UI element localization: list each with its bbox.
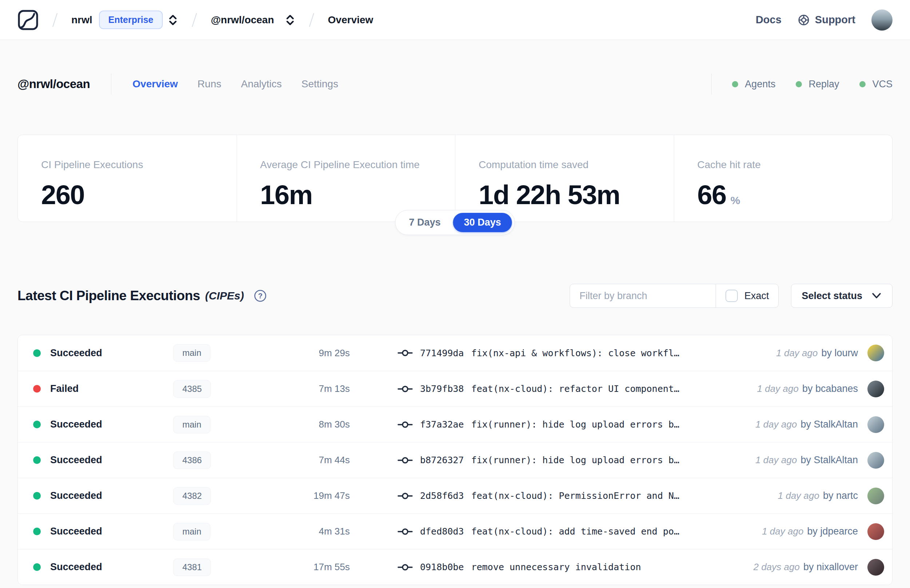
table-row[interactable]: Succeeded 4382 19m 47s 2d58f6d3 feat(nx-… [18,478,892,514]
top-navigation-bar: nrwl Enterprise @nrwl/ocean Overview Doc… [0,0,910,40]
commit-hash[interactable]: 2d58f6d3 [420,491,464,501]
author-avatar[interactable] [867,381,884,397]
duration: 4m 31s [301,526,370,537]
git-commit-icon [398,384,413,394]
branch-badge[interactable]: 4386 [173,452,211,469]
status-label: Succeeded [50,490,102,501]
branch-badge[interactable]: 4385 [173,380,211,398]
branch-badge[interactable]: main [173,523,210,540]
status-label: Succeeded [50,561,102,573]
status-dot-icon [33,492,41,499]
breadcrumb-separator [52,13,58,27]
status-label: Succeeded [50,347,102,359]
branch-badge[interactable]: 4382 [173,487,211,505]
commit-message: fix(nx-api & workflows): close workfl… [471,348,679,359]
breadcrumb-project[interactable]: @nrwl/ocean [211,14,274,26]
tab-overview[interactable]: Overview [133,78,178,90]
author-avatar[interactable] [867,488,884,504]
service-status-replay[interactable]: Replay [796,79,839,90]
select-status-dropdown[interactable]: Select status [791,284,892,308]
range-option-7-days[interactable]: 7 Days [398,213,451,232]
branch-filter-input[interactable] [570,284,716,307]
author: by StalkAltan [800,419,858,430]
tab-settings[interactable]: Settings [301,78,338,90]
duration: 7m 13s [301,383,370,394]
branch-badge[interactable]: 4381 [173,559,211,576]
org-selector-chevrons-icon[interactable] [168,14,178,26]
user-avatar[interactable] [871,10,892,31]
select-status-label: Select status [802,290,862,302]
table-row[interactable]: Succeeded 4381 17m 55s 0918b0be remove u… [18,549,892,585]
status-label: Failed [50,383,79,394]
stats-cards: CI Pipeline Executions 260 Average CI Pi… [18,135,892,222]
author-avatar[interactable] [867,344,884,361]
stat-card-cache-hit-rate: Cache hit rate 66% [674,135,892,221]
lifebuoy-icon [797,14,810,26]
author-avatar[interactable] [867,523,884,540]
status-dot-icon [33,456,41,464]
commit-hash[interactable]: 771499da [420,348,464,359]
breadcrumb-separator [192,13,197,27]
branch-badge[interactable]: main [173,416,210,433]
stat-value: 66% [697,179,869,210]
table-row[interactable]: Failed 4385 7m 13s 3b79fb38 feat(nx-clou… [18,371,892,406]
green-status-dot-icon [732,81,738,87]
commit-hash[interactable]: dfed80d3 [420,526,464,537]
service-status-agents[interactable]: Agents [732,79,775,90]
help-icon[interactable]: ? [253,289,267,303]
cipe-section-header: Latest CI Pipeline Executions (CIPEs) ? … [18,284,892,308]
service-label: Replay [808,79,839,90]
stat-label: Average CI Pipeline Execution time [260,159,432,171]
stat-label: Computation time saved [478,159,650,171]
stat-label: CI Pipeline Executions [41,159,213,171]
stat-card-computation-time-saved: Computation time saved 1d 22h 53m [455,135,674,221]
duration: 19m 47s [301,490,370,501]
commit-message: feat(nx-cloud): PermissionError and N… [471,491,679,501]
time-ago: 1 day ago [755,419,797,430]
support-link[interactable]: Support [797,14,855,26]
commit-hash[interactable]: 3b79fb38 [420,383,464,394]
commit-hash[interactable]: b8726327 [420,455,464,465]
nx-logo[interactable] [18,10,39,31]
tab-runs[interactable]: Runs [198,78,221,90]
green-status-dot-icon [860,81,866,87]
table-row[interactable]: Succeeded main 4m 31s dfed80d3 feat(nx-c… [18,514,892,549]
git-commit-icon [398,527,413,537]
git-commit-icon [398,348,413,358]
project-selector-chevrons-icon[interactable] [285,14,295,26]
breadcrumb-org[interactable]: nrwl [71,14,92,26]
table-row[interactable]: Succeeded 4386 7m 44s b8726327 fix(runne… [18,442,892,478]
tab-analytics[interactable]: Analytics [241,78,282,90]
docs-link[interactable]: Docs [756,14,782,26]
author-avatar[interactable] [867,452,884,468]
enterprise-badge[interactable]: Enterprise [99,11,163,29]
duration: 9m 29s [301,347,370,359]
time-ago: 1 day ago [778,490,819,501]
date-range-toggle: 7 Days 30 Days [395,210,515,235]
author-avatar[interactable] [867,416,884,433]
svg-text:?: ? [258,292,262,300]
commit-hash[interactable]: f37a32ae [420,419,464,430]
commit-hash[interactable]: 0918b0be [420,562,464,572]
status-dot-icon [33,385,41,393]
table-row[interactable]: Succeeded main 8m 30s f37a32ae fix(runne… [18,406,892,442]
table-row[interactable]: Succeeded main 9m 29s 771499da fix(nx-ap… [18,335,892,371]
duration: 17m 55s [301,561,370,573]
stat-number: 1d 22h 53m [478,180,620,210]
range-option-30-days[interactable]: 30 Days [453,213,512,232]
duration: 8m 30s [301,419,370,430]
author-avatar[interactable] [867,559,884,576]
stat-card-avg-execution-time: Average CI Pipeline Execution time 16m [237,135,455,221]
stat-card-ci-executions: CI Pipeline Executions 260 [18,135,237,221]
service-status-vcs[interactable]: VCS [860,79,892,90]
author: by nartc [823,490,858,501]
exact-checkbox[interactable] [726,290,738,302]
branch-badge[interactable]: main [173,344,210,362]
status-label: Succeeded [50,419,102,430]
stat-number: 260 [41,180,84,210]
stats-section: CI Pipeline Executions 260 Average CI Pi… [18,135,892,222]
workspace-title: @nrwl/ocean [18,77,90,91]
stat-number: 16m [260,180,313,210]
status-dot-icon [33,563,41,571]
status-dot-icon [33,349,41,357]
